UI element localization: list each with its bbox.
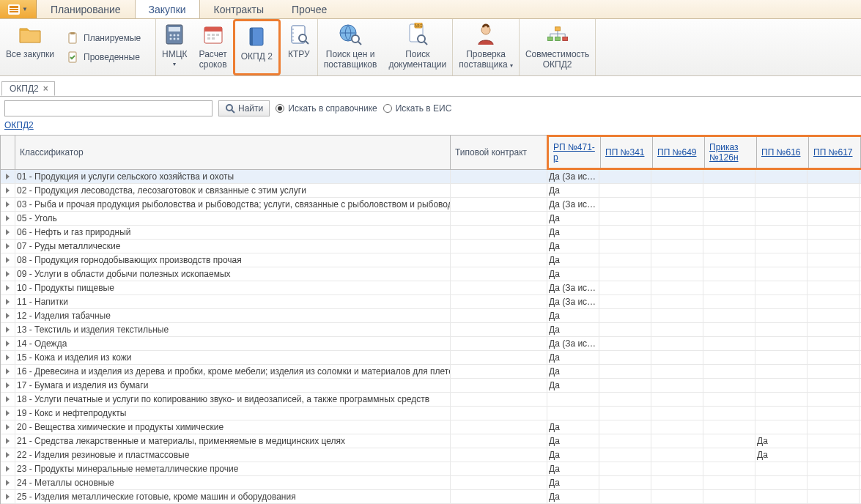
expand-toggle[interactable] xyxy=(1,407,15,420)
radio-search-directory[interactable]: Искать в справочнике xyxy=(276,103,377,114)
cell-name: 17 - Бумага и изделия из бумаги xyxy=(15,379,451,392)
table-row[interactable]: 18 - Услуги печатные и услуги по копиров… xyxy=(1,393,861,407)
clipboard-icon xyxy=(66,32,79,45)
calc-deadlines-button[interactable]: Расчетсроков xyxy=(193,19,233,75)
okpd2-button[interactable]: ОКПД 2 xyxy=(233,19,281,75)
cell-c4 xyxy=(703,309,755,322)
header-prikaz126n[interactable]: Приказ№126н xyxy=(705,137,757,168)
expand-toggle[interactable] xyxy=(1,476,15,489)
table-row[interactable]: 10 - Продукты пищевыеДа (За ис… xyxy=(1,281,861,295)
done-button[interactable]: Проведенные xyxy=(60,48,155,67)
expand-toggle[interactable] xyxy=(1,309,15,322)
expand-toggle[interactable] xyxy=(1,420,15,434)
cell-c2 xyxy=(599,212,651,225)
table-row[interactable]: 17 - Бумага и изделия из бумагиДа xyxy=(1,379,861,393)
cell-c5 xyxy=(755,365,808,378)
expand-toggle[interactable] xyxy=(1,490,15,503)
table-row[interactable]: 07 - Руды металлическиеДа xyxy=(1,240,861,253)
header-pp617[interactable]: ПП №617 xyxy=(809,137,861,168)
tab-planning[interactable]: Планирование xyxy=(37,0,135,18)
cell-c4 xyxy=(703,281,755,294)
close-icon[interactable]: × xyxy=(43,84,48,94)
tab-contracts[interactable]: Контракты xyxy=(200,0,278,18)
expand-toggle[interactable] xyxy=(1,448,15,462)
table-row[interactable]: 02 - Продукция лесоводства, лесозаготово… xyxy=(1,184,861,198)
expand-toggle[interactable] xyxy=(1,212,15,225)
expand-toggle[interactable] xyxy=(1,434,15,448)
table-row[interactable]: 11 - НапиткиДа (За ис… xyxy=(1,295,861,309)
table-row[interactable]: 03 - Рыба и прочая продукция рыболовства… xyxy=(1,198,861,212)
all-purchases-button[interactable]: Все закупки xyxy=(0,19,60,75)
radio-search-eis[interactable]: Искать в ЕИС xyxy=(383,103,452,114)
cell-c3 xyxy=(651,462,703,475)
nmck-button[interactable]: НМЦК▾ xyxy=(156,19,193,75)
table-row[interactable]: 22 - Изделия резиновые и пластмассовыеДа… xyxy=(1,448,861,462)
planned-button[interactable]: Планируемые xyxy=(60,29,155,48)
cell-c2 xyxy=(599,407,651,420)
expand-toggle[interactable] xyxy=(1,365,15,378)
cell-c2 xyxy=(599,281,651,294)
app-menu-button[interactable]: ▼ xyxy=(0,0,37,18)
table-row[interactable]: 24 - Металлы основныеДа xyxy=(1,476,861,490)
price-supplier-search-button[interactable]: Поиск цен ипоставщиков xyxy=(318,19,383,75)
expand-toggle[interactable] xyxy=(1,198,15,211)
expand-toggle[interactable] xyxy=(1,295,15,308)
table-row[interactable]: 20 - Вещества химические и продукты хими… xyxy=(1,420,861,434)
search-input[interactable] xyxy=(4,100,213,116)
expand-toggle[interactable] xyxy=(1,240,15,253)
okpd-compat-button[interactable]: СовместимостьОКПД2 xyxy=(520,19,595,75)
expand-toggle[interactable] xyxy=(1,253,15,267)
table-row[interactable]: 14 - ОдеждаДа (За ис… xyxy=(1,337,861,351)
table-row[interactable]: 06 - Нефть и газ природныйДа xyxy=(1,226,861,240)
expand-toggle[interactable] xyxy=(1,337,15,350)
table-row[interactable]: 13 - Текстиль и изделия текстильныеДа xyxy=(1,323,861,337)
table-row[interactable]: 05 - УгольДа xyxy=(1,212,861,226)
cell-c4 xyxy=(703,407,755,420)
header-pp341[interactable]: ПП №341 xyxy=(601,137,653,168)
svg-line-27 xyxy=(306,41,308,44)
breadcrumb-link[interactable]: ОКПД2 xyxy=(4,120,34,130)
table-row[interactable]: 08 - Продукция горнодобывающих производс… xyxy=(1,253,861,267)
cell-c5 xyxy=(755,253,808,267)
header-pp616[interactable]: ПП №616 xyxy=(757,137,809,168)
cell-c2 xyxy=(599,295,651,308)
header-pp649[interactable]: ПП №649 xyxy=(653,137,705,168)
table-row[interactable]: 09 - Услуги в области добычи полезных ис… xyxy=(1,267,861,281)
document-tab-okpd2[interactable]: ОКПД2 × xyxy=(1,81,55,96)
search-button[interactable]: Найти xyxy=(218,100,270,116)
supplier-check-button[interactable]: Проверкапоставщика ▾ xyxy=(453,19,519,75)
expand-toggle[interactable] xyxy=(1,462,15,475)
expand-toggle[interactable] xyxy=(1,170,15,183)
table-row[interactable]: 01 - Продукция и услуги сельского хозяйс… xyxy=(1,170,861,184)
table-row[interactable]: 15 - Кожа и изделия из кожиДа xyxy=(1,351,861,365)
svg-point-41 xyxy=(226,105,232,111)
table-row[interactable]: 25 - Изделия металлические готовые, кром… xyxy=(1,490,861,504)
header-classifier[interactable]: Классификатор xyxy=(15,136,451,169)
expand-toggle[interactable] xyxy=(1,281,15,294)
chevron-down-icon: ▾ xyxy=(173,59,176,70)
table-row[interactable]: 12 - Изделия табачныеДа xyxy=(1,309,861,323)
table-row[interactable]: 21 - Средства лекарственные и материалы,… xyxy=(1,434,861,448)
table-row[interactable]: 19 - Кокс и нефтепродукты xyxy=(1,407,861,420)
expand-toggle[interactable] xyxy=(1,379,15,392)
header-typical-contract[interactable]: Типовой контракт xyxy=(451,136,547,169)
expand-toggle[interactable] xyxy=(1,226,15,239)
ktru-button[interactable]: КТРУ xyxy=(281,19,317,75)
expand-toggle[interactable] xyxy=(1,267,15,281)
table-row[interactable]: 16 - Древесина и изделия из дерева и про… xyxy=(1,365,861,379)
table-row[interactable]: 23 - Продукты минеральные неметаллически… xyxy=(1,462,861,476)
cell-c4 xyxy=(703,379,755,392)
expand-toggle[interactable] xyxy=(1,393,15,406)
doc-search-button[interactable]: ABC Поискдокументации xyxy=(383,19,452,75)
expand-toggle[interactable] xyxy=(1,351,15,364)
tab-purchases[interactable]: Закупки xyxy=(135,0,200,18)
header-rp471[interactable]: РП №471-р xyxy=(549,137,601,168)
expand-toggle[interactable] xyxy=(1,184,15,197)
tab-other[interactable]: Прочее xyxy=(278,0,341,18)
cell-c5 xyxy=(755,309,808,322)
expand-toggle[interactable] xyxy=(1,323,15,336)
cell-c6 xyxy=(808,434,860,448)
cell-c6 xyxy=(808,184,860,197)
cell-name: 06 - Нефть и газ природный xyxy=(15,226,451,239)
cell-c2 xyxy=(599,253,651,267)
